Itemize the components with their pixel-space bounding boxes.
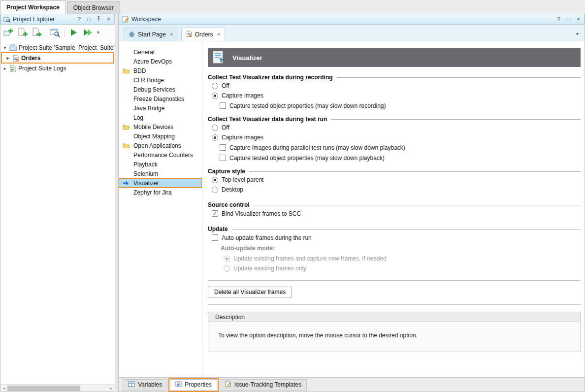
category-debug-services[interactable]: Debug Services: [119, 85, 202, 94]
radio-icon[interactable]: [212, 187, 218, 193]
radio-icon[interactable]: [212, 83, 218, 89]
radio-icon[interactable]: [224, 265, 230, 272]
workspace-bottom-tabs: Variables Properties Issue-Tracking Temp…: [119, 377, 585, 392]
expander-collapsed-icon[interactable]: ▸: [5, 56, 10, 61]
pin-icon[interactable]: [96, 16, 102, 23]
run-test-icon[interactable]: [67, 26, 80, 39]
tree-item-project-suite-logs[interactable]: ▸ Project Suite Logs: [0, 63, 115, 73]
checkbox-icon[interactable]: ✓: [220, 144, 226, 151]
folder-icon: [123, 143, 131, 148]
tab-issue-tracking-templates[interactable]: Issue-Tracking Templates: [220, 379, 307, 391]
object-spy-icon[interactable]: [49, 26, 62, 39]
workspace-icon: [122, 16, 129, 23]
radio-testrun-off[interactable]: Off: [208, 123, 581, 132]
float-window-button[interactable]: □: [565, 16, 572, 23]
expander-collapsed-icon[interactable]: ▸: [2, 66, 7, 71]
category-object-mapping[interactable]: Object Mapping: [119, 131, 202, 141]
delete-visualizer-frames-button[interactable]: Delete all Visualizer frames: [208, 287, 292, 297]
category-java-bridge[interactable]: Java Bridge: [119, 103, 202, 113]
radio-testrun-capture-images[interactable]: Capture images: [208, 132, 581, 142]
checkbox-recording-capture-properties[interactable]: ✓ Capture tested object properties (may …: [208, 100, 581, 111]
category-selenium[interactable]: Selenium: [119, 169, 202, 178]
project-suite-icon: [9, 44, 17, 51]
radio-icon[interactable]: [212, 177, 218, 183]
category-open-applications[interactable]: Open Applications: [119, 141, 202, 150]
close-panel-button[interactable]: ×: [105, 16, 112, 23]
category-log[interactable]: Log: [119, 113, 202, 122]
tree-item-project-suite[interactable]: ▾ Project Suite 'Sample_Project_Suite' (…: [0, 42, 115, 53]
radio-icon[interactable]: [212, 93, 218, 99]
radio-update-and-capture-new[interactable]: Update existing frames and capture new f…: [208, 254, 581, 263]
tab-properties[interactable]: Properties: [170, 379, 217, 391]
run-project-icon[interactable]: [81, 26, 94, 39]
add-existing-item-icon[interactable]: [31, 26, 43, 39]
visualizer-page-icon: [212, 51, 226, 65]
auto-update-mode-label: Auto-update mode:: [208, 243, 581, 254]
close-tab-icon[interactable]: ×: [170, 31, 173, 38]
tab-object-browser[interactable]: Object Browser: [67, 1, 120, 14]
expander-expanded-icon[interactable]: ▾: [2, 45, 7, 50]
tab-start-page[interactable]: Start Page ×: [124, 28, 178, 41]
tab-project-workspace[interactable]: Project Workspace: [0, 0, 66, 14]
variables-icon: [128, 381, 135, 389]
close-panel-button[interactable]: ×: [575, 16, 582, 23]
workspace-selector-tabs: Project Workspace Object Browser: [0, 0, 585, 14]
radio-desktop[interactable]: Desktop: [208, 185, 581, 195]
checkbox-bind-scc[interactable]: ✓ Bind Visualizer frames to SCC: [208, 208, 581, 219]
visualizer-options-pane: Visualizer Collect Test Visualizer data …: [202, 41, 585, 377]
checkbox-testrun-parallel[interactable]: ✓ Capture images during parallel test ru…: [208, 142, 581, 153]
application-window: Project Workspace Object Browser Project…: [0, 0, 585, 392]
radio-recording-capture-images[interactable]: Capture images: [208, 91, 581, 100]
radio-icon[interactable]: [212, 125, 218, 131]
category-mobile-devices[interactable]: Mobile Devices: [119, 122, 202, 131]
checkbox-icon[interactable]: ✓: [212, 234, 218, 241]
category-performance-counters[interactable]: Performance Counters: [119, 150, 202, 160]
options-page-title: Visualizer: [232, 54, 262, 62]
horizontal-scrollbar[interactable]: ◂ ▸: [0, 384, 115, 392]
section-source-control-title: Source control: [208, 201, 581, 208]
folder-icon: [123, 68, 131, 73]
radio-icon[interactable]: [212, 134, 218, 141]
tree-item-orders[interactable]: ▸ Orders: [1, 53, 114, 63]
category-playback[interactable]: Playback: [119, 160, 202, 169]
section-test-run-title: Collect Test Visualizer data during test…: [208, 116, 581, 123]
section-update-title: Update: [208, 226, 581, 232]
radio-icon[interactable]: [224, 256, 230, 262]
workspace-header: Workspace ? □ ×: [119, 14, 585, 25]
category-freeze-diagnostics[interactable]: Freeze Diagnostics: [119, 94, 202, 103]
tree-item-label: Project Suite Logs: [18, 65, 66, 72]
checkbox-icon[interactable]: ✓: [212, 210, 218, 217]
checkbox-icon[interactable]: ✓: [220, 102, 226, 109]
float-window-button[interactable]: □: [86, 16, 92, 23]
current-item-arrow-icon: [123, 180, 131, 186]
add-project-suite-icon[interactable]: [2, 26, 15, 39]
separator-line: [208, 280, 581, 281]
category-zephyr-for-jira[interactable]: Zephyr for Jira: [119, 188, 202, 197]
checkbox-testrun-capture-properties[interactable]: ✓ Capture tested object properties (may …: [208, 153, 581, 163]
tab-orders[interactable]: Orders ×: [181, 28, 226, 41]
radio-recording-off[interactable]: Off: [208, 81, 581, 91]
tab-label: Start Page: [138, 31, 166, 38]
scrollbar-thumb[interactable]: [7, 386, 80, 391]
tab-variables[interactable]: Variables: [123, 379, 167, 391]
radio-update-existing-only[interactable]: Update existing frames only: [208, 263, 581, 273]
add-new-item-icon[interactable]: [16, 26, 29, 39]
category-bdd[interactable]: BDD: [119, 66, 202, 75]
category-azure-devops[interactable]: Azure DevOps: [119, 57, 202, 66]
category-visualizer[interactable]: Visualizer: [119, 178, 202, 188]
scroll-right-icon[interactable]: ▸: [108, 386, 115, 391]
checkbox-icon[interactable]: ✓: [220, 155, 226, 161]
checkbox-auto-update-frames[interactable]: ✓ Auto-update frames during the run: [208, 232, 581, 243]
tab-list-dropdown-icon[interactable]: ▾: [576, 31, 579, 36]
help-button[interactable]: ?: [555, 16, 562, 23]
category-clr-bridge[interactable]: CLR Bridge: [119, 75, 202, 85]
radio-top-level-parent[interactable]: Top-level parent: [208, 175, 581, 185]
category-general[interactable]: General: [119, 47, 202, 57]
help-button[interactable]: ?: [76, 16, 82, 23]
tree-item-label: Orders: [21, 55, 40, 62]
toolbar-separator: [64, 28, 65, 37]
scroll-left-icon[interactable]: ◂: [0, 386, 7, 391]
toolbar-dropdown-icon[interactable]: ▾: [96, 30, 101, 35]
folder-icon: [123, 124, 131, 130]
close-tab-icon[interactable]: ×: [217, 31, 220, 38]
